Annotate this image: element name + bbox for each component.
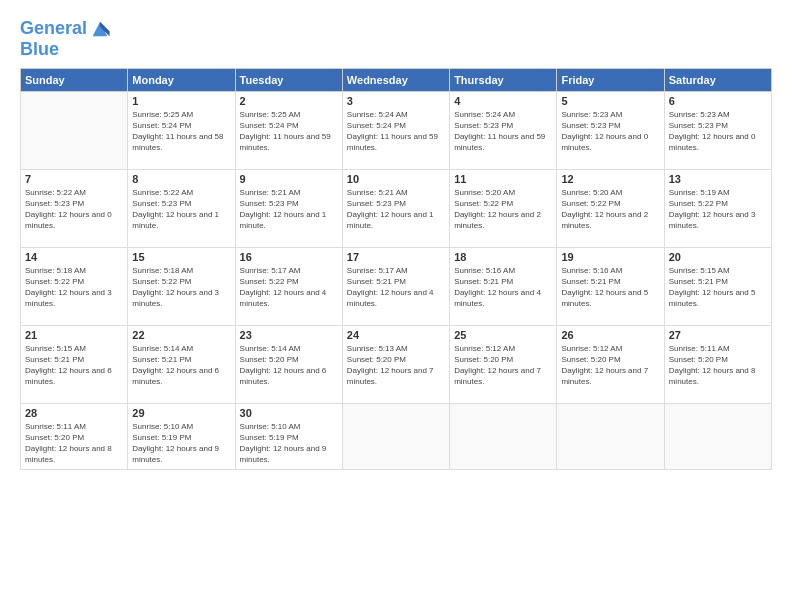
day-number: 24 [347,329,445,341]
day-number: 7 [25,173,123,185]
day-number: 30 [240,407,338,419]
day-info: Sunrise: 5:11 AM Sunset: 5:20 PM Dayligh… [669,343,767,388]
calendar-cell: 23Sunrise: 5:14 AM Sunset: 5:20 PM Dayli… [235,325,342,403]
day-info: Sunrise: 5:19 AM Sunset: 5:22 PM Dayligh… [669,187,767,232]
logo-blue: Blue [20,39,59,59]
logo-icon [89,18,111,40]
day-number: 15 [132,251,230,263]
day-number: 6 [669,95,767,107]
calendar-cell: 17Sunrise: 5:17 AM Sunset: 5:21 PM Dayli… [342,247,449,325]
day-info: Sunrise: 5:17 AM Sunset: 5:22 PM Dayligh… [240,265,338,310]
day-info: Sunrise: 5:11 AM Sunset: 5:20 PM Dayligh… [25,421,123,466]
logo-general: General [20,18,87,38]
header-tuesday: Tuesday [235,68,342,91]
day-number: 14 [25,251,123,263]
calendar-cell: 11Sunrise: 5:20 AM Sunset: 5:22 PM Dayli… [450,169,557,247]
day-number: 1 [132,95,230,107]
calendar-cell [21,91,128,169]
day-info: Sunrise: 5:23 AM Sunset: 5:23 PM Dayligh… [561,109,659,154]
day-number: 12 [561,173,659,185]
calendar-cell: 27Sunrise: 5:11 AM Sunset: 5:20 PM Dayli… [664,325,771,403]
day-info: Sunrise: 5:12 AM Sunset: 5:20 PM Dayligh… [561,343,659,388]
calendar-cell: 9Sunrise: 5:21 AM Sunset: 5:23 PM Daylig… [235,169,342,247]
logo: General Blue [20,18,111,60]
day-number: 20 [669,251,767,263]
calendar-cell [342,403,449,469]
day-info: Sunrise: 5:25 AM Sunset: 5:24 PM Dayligh… [240,109,338,154]
day-number: 9 [240,173,338,185]
day-info: Sunrise: 5:24 AM Sunset: 5:24 PM Dayligh… [347,109,445,154]
header-wednesday: Wednesday [342,68,449,91]
day-info: Sunrise: 5:16 AM Sunset: 5:21 PM Dayligh… [454,265,552,310]
calendar-table: Sunday Monday Tuesday Wednesday Thursday… [20,68,772,470]
day-info: Sunrise: 5:18 AM Sunset: 5:22 PM Dayligh… [132,265,230,310]
calendar-cell [450,403,557,469]
calendar-cell: 19Sunrise: 5:16 AM Sunset: 5:21 PM Dayli… [557,247,664,325]
day-info: Sunrise: 5:13 AM Sunset: 5:20 PM Dayligh… [347,343,445,388]
day-info: Sunrise: 5:25 AM Sunset: 5:24 PM Dayligh… [132,109,230,154]
calendar-cell: 30Sunrise: 5:10 AM Sunset: 5:19 PM Dayli… [235,403,342,469]
day-info: Sunrise: 5:18 AM Sunset: 5:22 PM Dayligh… [25,265,123,310]
day-info: Sunrise: 5:22 AM Sunset: 5:23 PM Dayligh… [132,187,230,232]
header-thursday: Thursday [450,68,557,91]
day-number: 16 [240,251,338,263]
calendar-cell: 24Sunrise: 5:13 AM Sunset: 5:20 PM Dayli… [342,325,449,403]
day-number: 28 [25,407,123,419]
header-sunday: Sunday [21,68,128,91]
calendar-cell: 12Sunrise: 5:20 AM Sunset: 5:22 PM Dayli… [557,169,664,247]
calendar-cell: 22Sunrise: 5:14 AM Sunset: 5:21 PM Dayli… [128,325,235,403]
day-info: Sunrise: 5:15 AM Sunset: 5:21 PM Dayligh… [669,265,767,310]
day-info: Sunrise: 5:20 AM Sunset: 5:22 PM Dayligh… [454,187,552,232]
day-number: 11 [454,173,552,185]
day-info: Sunrise: 5:20 AM Sunset: 5:22 PM Dayligh… [561,187,659,232]
day-number: 25 [454,329,552,341]
calendar-cell: 1Sunrise: 5:25 AM Sunset: 5:24 PM Daylig… [128,91,235,169]
day-number: 2 [240,95,338,107]
calendar-cell: 29Sunrise: 5:10 AM Sunset: 5:19 PM Dayli… [128,403,235,469]
calendar-cell [557,403,664,469]
day-number: 23 [240,329,338,341]
day-info: Sunrise: 5:12 AM Sunset: 5:20 PM Dayligh… [454,343,552,388]
day-info: Sunrise: 5:23 AM Sunset: 5:23 PM Dayligh… [669,109,767,154]
calendar-cell: 7Sunrise: 5:22 AM Sunset: 5:23 PM Daylig… [21,169,128,247]
header: General Blue [20,18,772,60]
calendar-cell [664,403,771,469]
calendar-cell: 21Sunrise: 5:15 AM Sunset: 5:21 PM Dayli… [21,325,128,403]
calendar-cell: 25Sunrise: 5:12 AM Sunset: 5:20 PM Dayli… [450,325,557,403]
day-number: 8 [132,173,230,185]
day-number: 17 [347,251,445,263]
header-friday: Friday [557,68,664,91]
day-info: Sunrise: 5:10 AM Sunset: 5:19 PM Dayligh… [240,421,338,466]
day-info: Sunrise: 5:22 AM Sunset: 5:23 PM Dayligh… [25,187,123,232]
day-number: 13 [669,173,767,185]
day-number: 26 [561,329,659,341]
calendar-cell: 14Sunrise: 5:18 AM Sunset: 5:22 PM Dayli… [21,247,128,325]
day-number: 27 [669,329,767,341]
day-number: 19 [561,251,659,263]
day-number: 21 [25,329,123,341]
header-monday: Monday [128,68,235,91]
calendar-cell: 8Sunrise: 5:22 AM Sunset: 5:23 PM Daylig… [128,169,235,247]
day-number: 4 [454,95,552,107]
calendar-cell: 6Sunrise: 5:23 AM Sunset: 5:23 PM Daylig… [664,91,771,169]
day-number: 5 [561,95,659,107]
calendar-cell: 28Sunrise: 5:11 AM Sunset: 5:20 PM Dayli… [21,403,128,469]
day-number: 18 [454,251,552,263]
day-number: 29 [132,407,230,419]
calendar-header-row: Sunday Monday Tuesday Wednesday Thursday… [21,68,772,91]
day-info: Sunrise: 5:16 AM Sunset: 5:21 PM Dayligh… [561,265,659,310]
day-number: 10 [347,173,445,185]
day-number: 3 [347,95,445,107]
calendar-cell: 26Sunrise: 5:12 AM Sunset: 5:20 PM Dayli… [557,325,664,403]
day-info: Sunrise: 5:14 AM Sunset: 5:20 PM Dayligh… [240,343,338,388]
day-info: Sunrise: 5:21 AM Sunset: 5:23 PM Dayligh… [347,187,445,232]
day-info: Sunrise: 5:15 AM Sunset: 5:21 PM Dayligh… [25,343,123,388]
day-info: Sunrise: 5:10 AM Sunset: 5:19 PM Dayligh… [132,421,230,466]
day-info: Sunrise: 5:24 AM Sunset: 5:23 PM Dayligh… [454,109,552,154]
calendar-cell: 20Sunrise: 5:15 AM Sunset: 5:21 PM Dayli… [664,247,771,325]
day-number: 22 [132,329,230,341]
calendar-cell: 18Sunrise: 5:16 AM Sunset: 5:21 PM Dayli… [450,247,557,325]
calendar-cell: 2Sunrise: 5:25 AM Sunset: 5:24 PM Daylig… [235,91,342,169]
day-info: Sunrise: 5:21 AM Sunset: 5:23 PM Dayligh… [240,187,338,232]
page: General Blue Sunday Monday Tuesday We [0,0,792,612]
